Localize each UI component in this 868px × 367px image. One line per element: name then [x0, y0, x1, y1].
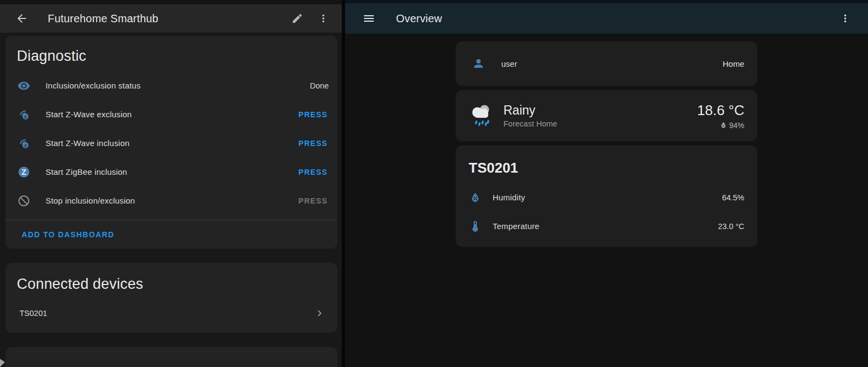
row-label: Start Z-Wave exclusion	[46, 110, 132, 119]
menu-button[interactable]	[358, 8, 380, 29]
left-top-strip	[0, 0, 342, 4]
humidity-icon	[469, 191, 482, 204]
row-label: Start ZigBee inclusion	[46, 167, 127, 176]
zwave-exclusion-press-button[interactable]: PRESS	[297, 107, 329, 122]
row-value: 23.0 °C	[718, 222, 744, 231]
row-label: Start Z-Wave inclusion	[46, 138, 130, 148]
svg-text:z: z	[24, 142, 27, 148]
sensor-card-title: TS0201	[456, 154, 757, 183]
account-icon	[472, 57, 485, 70]
cursor-artifact	[0, 359, 5, 367]
humidity-row[interactable]: Humidity 64.5%	[456, 183, 757, 212]
chevron-right-icon	[314, 307, 326, 319]
row-label: Temperature	[493, 222, 539, 231]
edit-button[interactable]	[286, 8, 308, 29]
zwave-inclusion-press-button[interactable]: PRESS	[297, 136, 329, 151]
diagnostic-card-title: Diagnostic	[5, 43, 337, 71]
user-entity-card[interactable]: user Home	[456, 41, 757, 86]
arrow-left-icon	[15, 12, 28, 25]
left-more-button[interactable]	[312, 8, 334, 29]
connected-devices-card: Connected devices TS0201	[5, 263, 337, 333]
automations-card: Automations	[5, 347, 337, 367]
row-label: Inclusion/exclusion status	[46, 81, 141, 90]
kebab-menu-icon	[317, 12, 329, 24]
left-scroll-area[interactable]: Diagnostic Inclusion/exclusion status Do…	[0, 33, 342, 367]
dashboard-title: Overview	[396, 12, 834, 25]
zwave-inclusion-row: z Start Z-Wave inclusion PRESS	[5, 129, 337, 157]
zwave-icon: z	[17, 137, 30, 150]
row-label: Humidity	[493, 193, 525, 202]
row-value: 64.5%	[722, 193, 744, 202]
device-row-ts0201[interactable]: TS0201	[5, 298, 337, 328]
hamburger-icon	[362, 12, 375, 25]
weather-subtitle: Forecast Home	[503, 119, 697, 128]
screen: Futurehome Smarthub Diagnostic	[0, 0, 868, 367]
back-button[interactable]	[11, 8, 33, 29]
zwave-exclusion-row: z Start Z-Wave exclusion PRESS	[5, 100, 337, 129]
device-panel: Futurehome Smarthub Diagnostic	[0, 0, 342, 367]
user-entity-state: Home	[723, 59, 744, 68]
stop-inclusion-row: Stop inclusion/exclusion PRESS	[5, 186, 337, 215]
user-entity-name: user	[501, 59, 517, 68]
rainy-cloud-icon	[468, 103, 495, 129]
kebab-menu-icon	[839, 12, 851, 24]
dashboard-panel: Overview user Home	[345, 0, 868, 367]
weather-humidity: 94%	[729, 121, 744, 130]
pencil-icon	[291, 12, 303, 24]
stop-inclusion-press-button[interactable]: PRESS	[297, 193, 329, 208]
row-label: Stop inclusion/exclusion	[46, 196, 135, 205]
diagnostic-card: Diagnostic Inclusion/exclusion status Do…	[5, 36, 337, 249]
device-name: TS0201	[20, 309, 47, 318]
dashboard-view[interactable]: user Home	[345, 34, 868, 367]
eye-icon	[17, 79, 30, 92]
row-value: Done	[310, 81, 329, 90]
sensor-card-ts0201: TS0201 Humidity 64.5% Temperature 2	[456, 145, 757, 247]
left-app-bar: Futurehome Smarthub	[0, 4, 342, 33]
zigbee-icon: Z	[17, 166, 30, 179]
weather-condition: Rainy	[503, 103, 697, 118]
connected-devices-title: Connected devices	[5, 271, 337, 298]
thermometer-icon	[469, 220, 482, 233]
weather-temperature: 18.6 °C	[697, 102, 744, 119]
right-app-bar: Overview	[345, 3, 868, 34]
add-to-dashboard-button[interactable]: ADD TO DASHBOARD	[5, 220, 114, 249]
zwave-icon: z	[17, 108, 30, 121]
right-more-button[interactable]	[834, 8, 856, 29]
zigbee-inclusion-row: Z Start ZigBee inclusion PRESS	[5, 157, 337, 186]
water-percent-icon	[719, 121, 727, 129]
svg-text:Z: Z	[22, 167, 27, 176]
inclusion-status-row[interactable]: Inclusion/exclusion status Done	[5, 71, 337, 100]
zigbee-inclusion-press-button[interactable]: PRESS	[297, 164, 329, 180]
left-page-title: Futurehome Smarthub	[48, 12, 286, 25]
cancel-icon	[17, 194, 30, 207]
weather-card[interactable]: Rainy Forecast Home 18.6 °C 94%	[456, 90, 757, 141]
svg-text:z: z	[24, 113, 27, 119]
temperature-row[interactable]: Temperature 23.0 °C	[456, 212, 757, 241]
